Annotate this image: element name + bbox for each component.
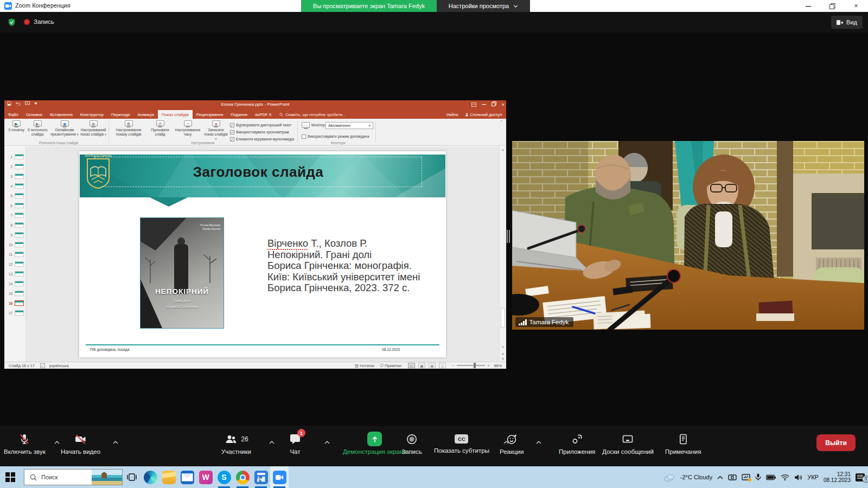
record-slideshow-button[interactable]: ● Записати показ слайдів ▾ (203, 120, 229, 141)
ppt-tab-10[interactable]: doPDF 9 (251, 110, 275, 119)
slide-thumbnail-14[interactable]: 14 (4, 279, 25, 288)
reactions-chevron[interactable] (536, 436, 541, 446)
whiteboards-button[interactable]: Доски сообщений (602, 432, 654, 455)
wifi-tray-icon[interactable] (781, 474, 789, 480)
present-online-button[interactable]: ◉ Онлайнове презентування ▾ (50, 120, 79, 137)
record-button[interactable]: Запись (401, 432, 422, 455)
slide-title-placeholder[interactable]: Заголовок слайда (94, 157, 422, 187)
participant-video-feed[interactable]: Tamara Fedyk (512, 141, 864, 330)
video-options-chevron[interactable] (113, 436, 118, 446)
taskbar-search-box[interactable]: Поиск (24, 469, 123, 485)
slide-thumbnail-16[interactable]: 16 (4, 298, 25, 308)
slide-thumbnail-2[interactable]: 2 (4, 162, 25, 171)
presenter-view-checkbox[interactable]: Використовувати режим доповідача (302, 133, 369, 140)
audio-options-chevron[interactable] (54, 436, 60, 446)
security-shield-icon[interactable] (7, 17, 16, 27)
minimize-button[interactable] (796, 0, 820, 12)
zoom-taskbar-icon[interactable] (270, 466, 289, 488)
view-settings-button[interactable]: Настройки просмотра (437, 0, 530, 12)
calculator-taskbar-icon[interactable] (252, 466, 270, 488)
slide-thumbnail-panel[interactable]: 1234567891011121314151617 (4, 146, 26, 362)
reactions-button[interactable]: Реакции (500, 432, 524, 455)
battery-tray-icon[interactable] (766, 474, 776, 480)
ppt-restore-button[interactable] (492, 101, 496, 107)
apps-button[interactable]: Приложения (559, 432, 595, 455)
share-button[interactable]: Спільний доступ (465, 112, 502, 117)
reading-view-icon[interactable]: ▤ (429, 363, 436, 368)
slide-thumbnail-9[interactable]: 9 (4, 230, 25, 240)
ppt-tab-4[interactable]: Конструктор (76, 110, 107, 119)
edge-taskbar-icon[interactable] (141, 466, 159, 488)
captions-button[interactable]: CC Показать субтитры (434, 432, 489, 454)
ppt-tab-8[interactable]: Рецензування (193, 110, 227, 119)
notes-button[interactable]: Примечания (665, 432, 701, 455)
display-share-tray-icon[interactable] (742, 474, 750, 481)
ppt-tab-5[interactable]: Переходи (107, 110, 133, 119)
ribbon-checkbox-2[interactable]: ✓Використовувати хронометраж (230, 129, 294, 136)
ppt-tab-3[interactable]: Вставлення (46, 110, 76, 119)
search-highlight-image[interactable] (92, 470, 122, 485)
slide-thumbnail-8[interactable]: 8 (4, 220, 25, 230)
mail-taskbar-icon[interactable] (178, 466, 196, 488)
slide-thumbnail-12[interactable]: 12 (4, 259, 25, 269)
participants-chevron[interactable] (269, 436, 275, 446)
zoom-percentage[interactable]: 88% (494, 363, 502, 368)
start-video-button[interactable]: Начать видео (61, 432, 100, 455)
ppt-tab-2[interactable]: Основне (22, 110, 47, 119)
zoom-out-icon[interactable]: − (452, 363, 455, 368)
wrike-taskbar-icon[interactable]: W (196, 466, 215, 488)
microphone-tray-icon[interactable] (755, 473, 761, 481)
leave-meeting-button[interactable]: Выйти (816, 434, 856, 451)
weather-icon[interactable] (663, 473, 675, 481)
notification-center-icon[interactable]: 3 (856, 473, 865, 481)
volume-tray-icon[interactable] (794, 474, 802, 481)
slide-sorter-icon[interactable]: ▦ (418, 363, 425, 368)
collapse-ribbon-icon[interactable]: ⌃ (500, 120, 503, 124)
spellcheck-icon[interactable]: ✓ (40, 363, 45, 368)
slide-thumbnail-15[interactable]: 15 (4, 288, 25, 298)
from-start-button[interactable]: ▶ З початку (7, 120, 26, 132)
slide-thumbnail-3[interactable]: 3 (4, 171, 25, 181)
ppt-tab-7[interactable]: Показ слайдів (158, 110, 193, 119)
slide-scrollbar[interactable]: ▴ ▾ ▲ ▼ (499, 146, 506, 362)
chat-chevron[interactable] (324, 436, 330, 446)
slide-thumbnail-1[interactable]: 1 (4, 152, 25, 162)
slide-thumbnail-13[interactable]: 13 (4, 269, 25, 279)
custom-slideshow-button[interactable]: ≣ Настроюваний показ слайдів ▾ (79, 120, 107, 137)
keyboard-language[interactable]: УКР (807, 474, 819, 480)
chrome-taskbar-icon[interactable] (233, 466, 252, 488)
share-screen-button[interactable]: Демонстрация экрана (343, 432, 407, 455)
tell-me-search[interactable]: Скажіть, що потрібно зробити... (275, 110, 350, 119)
camera-tray-icon[interactable] (728, 474, 737, 481)
slide-canvas[interactable]: Київський університет імені Бориса Грінч… (79, 151, 446, 357)
rehearse-timings-button[interactable]: ◔ Настроювання часу (174, 120, 202, 137)
slide-thumbnail-5[interactable]: 5 (4, 191, 25, 201)
normal-view-icon[interactable]: ▭ (408, 363, 415, 368)
slide-thumbnail-17[interactable]: 17 (4, 308, 25, 318)
close-button[interactable]: × (844, 0, 868, 12)
ppt-tab-6[interactable]: Анімація (133, 110, 158, 119)
skype-taskbar-icon[interactable]: S (215, 466, 233, 488)
participants-button[interactable]: 26 Участники (221, 432, 251, 455)
recording-indicator[interactable]: Запись (24, 18, 54, 25)
ppt-close-button[interactable]: × (502, 102, 505, 107)
task-view-button[interactable] (123, 466, 141, 488)
sign-in-button[interactable]: Увійти (446, 112, 458, 117)
view-menu-button[interactable]: Вид (831, 16, 863, 29)
slide-body-text[interactable]: Вірченко Т., Козлов Р.Непокірний. Грані … (267, 238, 446, 294)
start-button[interactable] (5, 472, 15, 482)
notes-toggle[interactable]: ▤ Нотатки (355, 363, 374, 368)
slideshow-view-icon[interactable]: ▽ (439, 363, 446, 368)
chat-button[interactable]: 1 Чат (289, 432, 302, 455)
book-cover-image[interactable]: Тетяна Вірченко Роман Козлов НЕПОКІРНИЙ … (140, 217, 224, 329)
monitor-select[interactable]: Автоматично▾ (326, 122, 373, 129)
weather-text[interactable]: -2°C Cloudy (680, 474, 712, 480)
ribbon-checkbox-1[interactable]: ✓Відтворювати дикторський текст (230, 121, 294, 129)
unmute-button[interactable]: Включить звук (4, 432, 46, 455)
slide-thumbnail-4[interactable]: 4 (4, 181, 25, 191)
slide-thumbnail-11[interactable]: 11 (4, 249, 25, 259)
ribbon-checkbox-3[interactable]: ✓Елементи керування мультимедіа (230, 136, 294, 143)
ppt-minimize-button[interactable] (482, 102, 486, 107)
ppt-tab-1[interactable]: Файл (4, 110, 22, 119)
setup-slideshow-button[interactable]: ⚙ Настроювання показу слайдів (111, 120, 146, 137)
